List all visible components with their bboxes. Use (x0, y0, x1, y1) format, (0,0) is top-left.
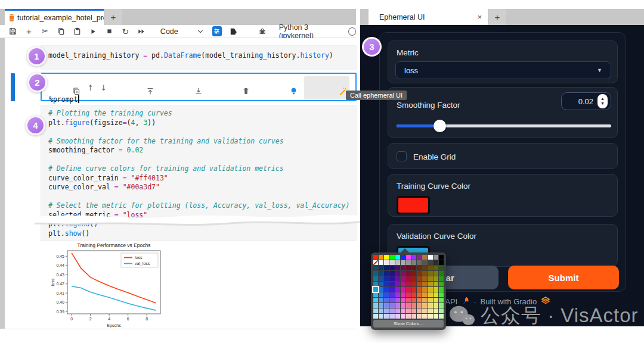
color-swatch[interactable] (401, 276, 405, 281)
move-cell-down-button[interactable]: ↓ (100, 83, 107, 93)
color-swatch[interactable] (401, 298, 405, 303)
color-swatch[interactable] (411, 260, 416, 265)
color-swatch[interactable] (417, 287, 422, 292)
color-swatch[interactable] (411, 266, 416, 270)
color-swatch[interactable] (411, 255, 416, 260)
color-swatch[interactable] (422, 298, 427, 303)
color-swatch[interactable] (379, 292, 383, 297)
color-swatch[interactable] (422, 271, 427, 276)
train-color-swatch[interactable] (397, 196, 430, 214)
delete-cell-button[interactable] (209, 78, 250, 98)
number-stepper[interactable]: ▲ ▼ (597, 94, 608, 108)
color-swatch[interactable] (411, 271, 416, 276)
color-swatch[interactable] (422, 266, 427, 270)
color-swatch[interactable] (417, 260, 422, 265)
color-swatch[interactable] (401, 260, 405, 265)
color-swatch[interactable] (384, 314, 389, 319)
color-swatch[interactable] (395, 287, 400, 292)
color-swatch[interactable] (428, 314, 433, 319)
ephemeral-ui-button[interactable] (304, 76, 349, 99)
insert-cell-above-button[interactable] (113, 78, 154, 98)
color-swatch[interactable] (417, 282, 422, 286)
color-swatch[interactable] (389, 314, 394, 319)
cell-type-dropdown[interactable]: Code (160, 27, 178, 36)
cell-tools-button[interactable] (212, 26, 222, 36)
color-swatch[interactable] (406, 314, 411, 319)
color-swatch[interactable] (422, 314, 427, 319)
color-swatch[interactable] (395, 271, 400, 276)
color-swatch[interactable] (389, 255, 394, 260)
color-swatch[interactable] (434, 260, 438, 265)
color-swatch[interactable] (379, 298, 383, 303)
color-swatch[interactable] (439, 255, 444, 260)
color-swatch[interactable] (434, 282, 438, 286)
color-swatch[interactable] (434, 308, 438, 313)
color-swatch[interactable] (406, 260, 411, 265)
color-swatch[interactable] (373, 292, 378, 297)
color-swatch[interactable] (395, 282, 400, 286)
color-swatch[interactable] (439, 303, 444, 308)
color-swatch[interactable] (395, 255, 400, 260)
color-swatch[interactable] (384, 292, 389, 297)
copy-cell-button[interactable] (57, 27, 66, 36)
kernel-name[interactable]: Python 3 (ipykernel) (279, 23, 341, 40)
color-swatch[interactable] (401, 292, 405, 297)
color-swatch[interactable] (406, 308, 411, 313)
color-swatch[interactable] (379, 308, 383, 313)
color-swatch[interactable] (373, 271, 378, 276)
stepper-down-icon[interactable]: ▼ (600, 101, 605, 106)
color-swatch[interactable] (422, 255, 427, 260)
tab-notebook[interactable]: tutorial_example_hotel_pre × (5, 9, 104, 25)
color-swatch[interactable] (406, 292, 411, 297)
color-swatch[interactable] (422, 260, 427, 265)
color-swatch[interactable] (439, 308, 444, 313)
color-swatch[interactable] (384, 287, 389, 292)
color-swatch[interactable] (389, 303, 394, 308)
color-swatch[interactable] (373, 266, 378, 270)
color-swatch[interactable] (389, 292, 394, 297)
color-swatch[interactable] (384, 303, 389, 308)
add-cell-button[interactable]: + (24, 27, 33, 36)
color-swatch[interactable] (384, 266, 389, 270)
color-swatch[interactable] (417, 314, 422, 319)
color-swatch[interactable] (389, 282, 394, 286)
color-swatch[interactable] (379, 266, 383, 270)
color-swatch[interactable] (395, 303, 400, 308)
no-color-swatch[interactable] (373, 260, 378, 265)
color-swatch[interactable] (439, 271, 444, 276)
color-swatch[interactable] (422, 276, 427, 281)
restart-kernel-button[interactable]: ↻ (121, 27, 130, 36)
color-swatch[interactable] (395, 298, 400, 303)
color-swatch[interactable] (401, 287, 405, 292)
color-swatch[interactable] (411, 282, 416, 286)
tab-close-icon[interactable]: × (477, 13, 482, 21)
color-swatch[interactable] (395, 314, 400, 319)
color-swatch[interactable] (401, 282, 405, 286)
color-swatch[interactable] (401, 308, 405, 313)
stop-kernel-button[interactable] (105, 27, 114, 36)
color-swatch[interactable] (439, 260, 444, 265)
color-swatch[interactable] (434, 298, 438, 303)
color-swatch[interactable] (406, 266, 411, 270)
paste-cell-button[interactable] (73, 27, 82, 36)
color-swatch[interactable] (422, 308, 427, 313)
color-swatch[interactable] (406, 298, 411, 303)
color-swatch[interactable] (428, 287, 433, 292)
color-swatch[interactable] (417, 298, 422, 303)
color-swatch[interactable] (411, 287, 416, 292)
color-swatch[interactable] (379, 282, 383, 286)
color-swatch[interactable] (434, 292, 438, 297)
color-swatch[interactable] (379, 314, 383, 319)
prompt-cell[interactable]: %prompt Show how the training performanc… (41, 73, 357, 101)
color-swatch[interactable] (389, 260, 394, 265)
color-swatch[interactable] (428, 282, 433, 286)
color-swatch[interactable] (422, 282, 427, 286)
color-swatch[interactable] (384, 282, 389, 286)
insert-cell-below-button[interactable] (161, 78, 202, 98)
color-swatch[interactable] (379, 260, 383, 265)
color-swatch[interactable] (389, 287, 394, 292)
smoothing-number-input[interactable]: 0.02 ▲ ▼ (561, 92, 611, 110)
color-swatch[interactable] (401, 314, 405, 319)
new-tab-button[interactable]: + (104, 9, 122, 25)
color-swatch[interactable] (395, 292, 400, 297)
